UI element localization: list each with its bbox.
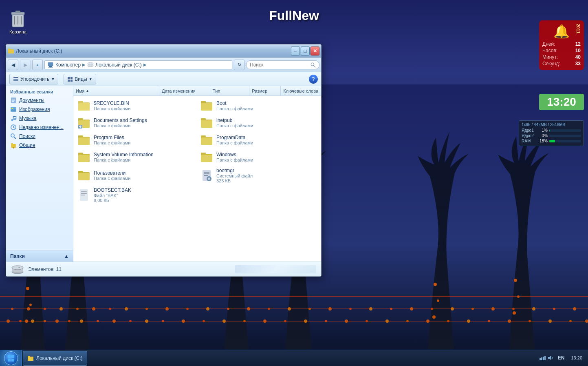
clock-time: 13:20 xyxy=(547,95,576,108)
views-button[interactable]: Виды ▼ xyxy=(64,74,96,84)
folder-title-icon xyxy=(8,48,14,54)
svg-point-66 xyxy=(349,308,352,310)
svg-rect-143 xyxy=(78,171,83,173)
svg-point-71 xyxy=(451,307,454,311)
sidebar-shared-label: Общие xyxy=(19,142,35,148)
xmas-minutes-value: 40 xyxy=(575,54,581,60)
sidebar-item-music[interactable]: Музыка xyxy=(6,114,73,123)
col-keywords[interactable]: Ключевые слова xyxy=(281,86,321,95)
svg-point-22 xyxy=(97,320,99,322)
file-item-boot[interactable]: Boot Папка с файлами xyxy=(198,98,319,114)
taskbar-item-explorer[interactable]: Локальный диск (C:) xyxy=(23,351,87,366)
file-type-docsettings: Папка с файлами xyxy=(94,123,194,128)
search-input[interactable] xyxy=(250,62,309,68)
svg-point-116 xyxy=(13,147,14,149)
recycle-bin[interactable]: Корзина xyxy=(8,8,28,34)
sidebar-docs-label: Документы xyxy=(19,98,44,103)
close-button[interactable]: ✕ xyxy=(311,47,319,55)
computer-icon xyxy=(47,62,54,68)
taskbar-lang: EN xyxy=(556,354,566,362)
sidebar-folders-header[interactable]: Папки ▲ xyxy=(6,251,73,262)
sidebar-recent-label: Недавно изменен... xyxy=(19,124,64,130)
svg-point-46 xyxy=(569,320,572,322)
xmas-year: 2011 xyxy=(576,24,581,33)
col-type-label: Тип xyxy=(213,89,220,93)
svg-point-74 xyxy=(512,308,515,310)
svg-point-19 xyxy=(55,319,59,323)
svg-point-37 xyxy=(385,319,389,323)
svg-point-9 xyxy=(513,311,516,315)
address-path[interactable]: Компьютер ▶ Локальный диск (C:) ▶ xyxy=(44,60,232,69)
svg-point-73 xyxy=(491,307,495,311)
svg-point-21 xyxy=(80,319,83,323)
file-item-inetpub[interactable]: inetpub Папка с файлами xyxy=(198,115,319,131)
back-button[interactable]: ◀ xyxy=(8,60,18,70)
file-list-content: $RECYCLE.BIN Папка с файлами Boot Папка … xyxy=(73,96,321,206)
speaker-tray-icon[interactable] xyxy=(547,355,554,361)
folder-sysvolinfo-icon xyxy=(77,151,90,164)
up-button[interactable]: ▲ xyxy=(32,60,43,70)
sidebar-item-searches[interactable]: Поиски xyxy=(6,132,73,141)
taskbar: Локальный диск (C:) EN 13:20 xyxy=(0,350,588,366)
file-item-programfiles[interactable]: Program Files Папка с файлами xyxy=(75,132,197,148)
svg-point-62 xyxy=(268,308,270,310)
file-item-docsettings[interactable]: Documents and Settings Папка с файлами xyxy=(75,115,197,131)
svg-rect-97 xyxy=(68,77,70,79)
images-icon xyxy=(10,106,17,113)
col-size[interactable]: Размер xyxy=(249,86,281,95)
views-icon xyxy=(67,76,73,82)
file-type-boot: Папка с файлами xyxy=(216,106,317,111)
col-type[interactable]: Тип xyxy=(210,86,249,95)
start-button[interactable] xyxy=(0,350,22,366)
svg-point-15 xyxy=(7,319,10,323)
file-item-info-sysvolinfo: System Volume Information Папка с файлам… xyxy=(94,152,194,162)
xmas-seconds-value: 33 xyxy=(575,61,581,67)
window-title: Локальный диск (C:) xyxy=(16,48,62,54)
file-item-bootsect[interactable]: BOOTSECT.BAK Файл "BAK" 8,00 КБ xyxy=(75,186,197,204)
help-button[interactable]: ? xyxy=(309,75,318,84)
file-item-users[interactable]: Пользователи Папка с файлами xyxy=(75,166,197,185)
network-tray-icon[interactable] xyxy=(539,355,546,361)
file-type-programfiles: Папка с файлами xyxy=(94,140,194,145)
windows-orb xyxy=(4,351,18,365)
main-area: Избранные ссылки Документы Изображения xyxy=(6,86,321,262)
file-item-bootmgr[interactable]: bootmgr Системный файл 325 КБ xyxy=(198,166,319,185)
sidebar-item-documents[interactable]: Документы xyxy=(6,96,73,105)
svg-point-25 xyxy=(145,319,148,323)
svg-point-58 xyxy=(186,308,189,310)
file-item-programdata[interactable]: ProgramData Папка с файлами xyxy=(198,132,319,148)
drive-icon-addr xyxy=(87,62,94,68)
sidebar-item-images[interactable]: Изображения xyxy=(6,105,73,114)
forward-button[interactable]: ▶ xyxy=(20,60,31,70)
refresh-button[interactable]: ↻ xyxy=(234,60,244,70)
file-item-recycle[interactable]: $RECYCLE.BIN Папка с файлами xyxy=(75,98,197,114)
file-name-inetpub: inetpub xyxy=(216,118,317,123)
file-size-bootsect: 8,00 КБ xyxy=(94,198,194,203)
svg-rect-147 xyxy=(204,173,209,174)
svg-point-67 xyxy=(369,307,372,311)
svg-rect-152 xyxy=(209,180,209,181)
sort-asc-icon: ▲ xyxy=(86,89,89,93)
file-name-recycle: $RECYCLE.BIN xyxy=(94,100,194,106)
svg-rect-88 xyxy=(48,67,53,68)
organize-arrow: ▼ xyxy=(51,77,55,81)
views-label: Виды xyxy=(75,76,87,82)
file-item-info-boot: Boot Папка с файлами xyxy=(216,100,317,111)
sidebar-item-recent[interactable]: Недавно изменен... xyxy=(6,123,73,132)
svg-point-63 xyxy=(288,307,291,311)
file-item-windows[interactable]: Windows Папка с файлами xyxy=(198,149,319,165)
col-name[interactable]: Имя ▲ xyxy=(73,86,159,95)
sidebar-item-shared[interactable]: Общие xyxy=(6,141,73,150)
file-type-users: Папка с файлами xyxy=(94,176,194,181)
col-date[interactable]: Дата изменения xyxy=(159,86,210,95)
file-item-sysvolinfo[interactable]: System Volume Information Папка с файлам… xyxy=(75,149,197,165)
file-item-info-inetpub: inetpub Папка с файлами xyxy=(216,118,317,128)
minimize-button[interactable]: ─ xyxy=(291,47,300,55)
file-item-info-programfiles: Program Files Папка с файлами xyxy=(94,135,194,145)
organize-button[interactable]: Упорядочить ▼ xyxy=(9,74,58,84)
sysmon-ram-pct: 18% xyxy=(540,139,548,143)
svg-point-41 xyxy=(467,319,470,323)
maximize-button[interactable]: □ xyxy=(301,47,310,55)
svg-point-76 xyxy=(553,308,555,310)
xmas-minutes-row: Минут: 40 xyxy=(542,54,581,60)
